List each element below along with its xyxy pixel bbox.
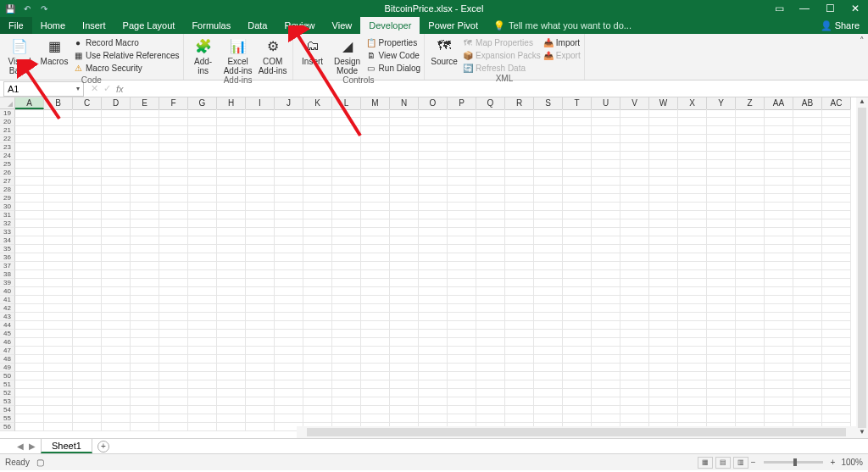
record-macro-button[interactable]: ●Record Macro [73,36,180,48]
cell[interactable] [246,194,275,203]
cell[interactable] [73,245,102,253]
cell[interactable] [592,406,620,414]
cell[interactable] [332,126,361,135]
cell[interactable] [419,228,448,236]
cell[interactable] [505,304,534,313]
cell[interactable] [217,143,246,152]
cell[interactable] [217,414,246,423]
cell[interactable] [476,380,505,389]
cell[interactable] [822,372,851,380]
cell[interactable] [217,253,246,262]
cell[interactable] [649,194,678,203]
cell[interactable] [303,186,332,194]
cell[interactable] [505,296,534,304]
cell[interactable] [131,169,159,177]
cell[interactable] [765,279,793,287]
cell[interactable] [159,177,188,186]
cell[interactable] [649,177,678,186]
cell[interactable] [534,414,563,423]
cell[interactable] [592,321,620,330]
cell[interactable] [102,330,131,338]
cell[interactable] [44,245,73,253]
cell[interactable] [131,245,159,253]
cell[interactable] [332,219,361,228]
cell[interactable] [678,380,707,389]
cell[interactable] [73,152,102,160]
cell[interactable] [765,152,793,160]
cell[interactable] [649,380,678,389]
cell[interactable] [476,169,505,177]
cell[interactable] [361,347,390,355]
cell[interactable] [361,211,390,219]
cell[interactable] [217,389,246,397]
cell[interactable] [707,304,736,313]
cell[interactable] [707,262,736,270]
column-header[interactable]: D [102,97,131,109]
share-button[interactable]: 👤 Share [812,17,868,34]
cell[interactable] [159,126,188,135]
cell[interactable] [736,279,765,287]
cell[interactable] [246,262,275,270]
cell[interactable] [131,347,159,355]
cell[interactable] [332,304,361,313]
cell[interactable] [159,296,188,304]
cell[interactable] [620,194,649,203]
cell[interactable] [44,321,73,330]
cell[interactable] [275,186,303,194]
cell[interactable] [707,321,736,330]
cell[interactable] [361,406,390,414]
cell[interactable] [44,287,73,296]
cell[interactable] [15,143,44,152]
cell[interactable] [419,330,448,338]
row-header[interactable]: 29 [0,194,15,203]
cell[interactable] [390,338,419,347]
cell[interactable] [620,253,649,262]
cell[interactable] [419,253,448,262]
cell[interactable] [448,262,476,270]
cell[interactable] [131,236,159,245]
cell[interactable] [102,313,131,321]
cell[interactable] [246,253,275,262]
cell[interactable] [275,287,303,296]
cell[interactable] [361,118,390,126]
cell[interactable] [361,364,390,372]
cell[interactable] [563,211,592,219]
cell[interactable] [534,194,563,203]
cell[interactable] [361,287,390,296]
cell[interactable] [275,347,303,355]
cell[interactable] [332,169,361,177]
cell[interactable] [476,203,505,211]
tab-formulas[interactable]: Formulas [183,17,239,34]
cell[interactable] [419,347,448,355]
column-header[interactable]: L [332,97,361,109]
scroll-up-icon[interactable]: ▲ [856,97,868,108]
cell[interactable] [678,389,707,397]
cell[interactable] [534,406,563,414]
minimize-button[interactable]: — [792,3,817,14]
close-button[interactable]: ✕ [843,3,868,14]
cell[interactable] [275,338,303,347]
cell[interactable] [303,253,332,262]
cell[interactable] [765,160,793,169]
cell[interactable] [592,177,620,186]
cell[interactable] [707,245,736,253]
cell[interactable] [534,143,563,152]
cell[interactable] [159,194,188,203]
cell[interactable] [332,194,361,203]
column-header[interactable]: T [563,97,592,109]
cell[interactable] [736,355,765,364]
cell[interactable] [188,160,217,169]
cell[interactable] [765,372,793,380]
cell[interactable] [736,397,765,406]
cell[interactable] [678,296,707,304]
cell[interactable] [476,313,505,321]
column-header[interactable]: O [419,97,448,109]
cell[interactable] [476,296,505,304]
cell[interactable] [15,287,44,296]
cell[interactable] [765,135,793,143]
cell[interactable] [707,296,736,304]
cell[interactable] [15,194,44,203]
cell[interactable] [678,219,707,228]
cell[interactable] [678,186,707,194]
cell[interactable] [592,169,620,177]
